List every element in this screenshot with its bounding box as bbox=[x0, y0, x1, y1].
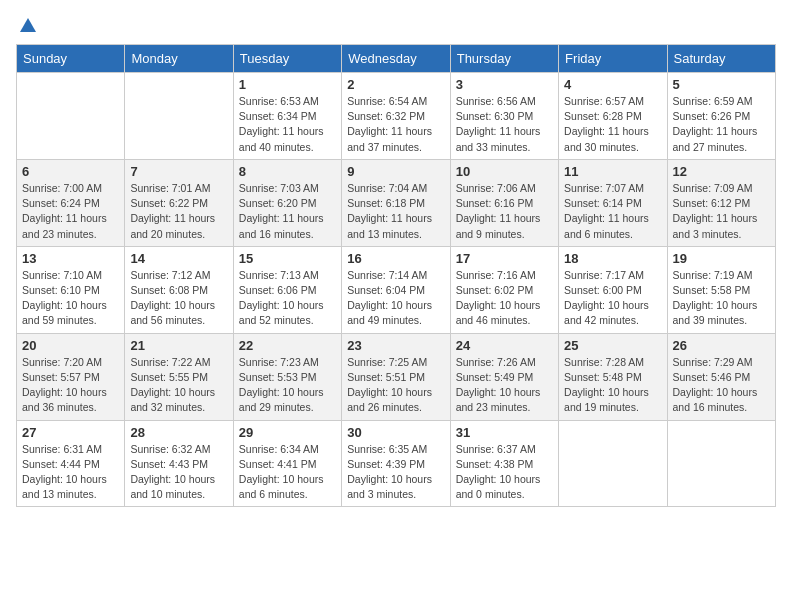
calendar-day-cell: 29Sunrise: 6:34 AM Sunset: 4:41 PM Dayli… bbox=[233, 420, 341, 507]
calendar-day-cell: 24Sunrise: 7:26 AM Sunset: 5:49 PM Dayli… bbox=[450, 333, 558, 420]
calendar-week-row: 27Sunrise: 6:31 AM Sunset: 4:44 PM Dayli… bbox=[17, 420, 776, 507]
calendar-week-row: 13Sunrise: 7:10 AM Sunset: 6:10 PM Dayli… bbox=[17, 246, 776, 333]
day-info: Sunrise: 6:59 AM Sunset: 6:26 PM Dayligh… bbox=[673, 94, 770, 155]
calendar-day-cell: 21Sunrise: 7:22 AM Sunset: 5:55 PM Dayli… bbox=[125, 333, 233, 420]
day-info: Sunrise: 6:56 AM Sunset: 6:30 PM Dayligh… bbox=[456, 94, 553, 155]
day-info: Sunrise: 7:26 AM Sunset: 5:49 PM Dayligh… bbox=[456, 355, 553, 416]
calendar-week-row: 20Sunrise: 7:20 AM Sunset: 5:57 PM Dayli… bbox=[17, 333, 776, 420]
weekday-header-cell: Saturday bbox=[667, 45, 775, 73]
day-info: Sunrise: 7:19 AM Sunset: 5:58 PM Dayligh… bbox=[673, 268, 770, 329]
calendar-day-cell: 14Sunrise: 7:12 AM Sunset: 6:08 PM Dayli… bbox=[125, 246, 233, 333]
calendar-day-cell bbox=[125, 73, 233, 160]
day-info: Sunrise: 6:54 AM Sunset: 6:32 PM Dayligh… bbox=[347, 94, 444, 155]
day-info: Sunrise: 7:23 AM Sunset: 5:53 PM Dayligh… bbox=[239, 355, 336, 416]
day-number: 18 bbox=[564, 251, 661, 266]
day-info: Sunrise: 7:17 AM Sunset: 6:00 PM Dayligh… bbox=[564, 268, 661, 329]
weekday-header-row: SundayMondayTuesdayWednesdayThursdayFrid… bbox=[17, 45, 776, 73]
calendar-day-cell: 11Sunrise: 7:07 AM Sunset: 6:14 PM Dayli… bbox=[559, 159, 667, 246]
day-number: 23 bbox=[347, 338, 444, 353]
day-number: 13 bbox=[22, 251, 119, 266]
calendar-body: 1Sunrise: 6:53 AM Sunset: 6:34 PM Daylig… bbox=[17, 73, 776, 507]
day-info: Sunrise: 7:20 AM Sunset: 5:57 PM Dayligh… bbox=[22, 355, 119, 416]
calendar-day-cell: 23Sunrise: 7:25 AM Sunset: 5:51 PM Dayli… bbox=[342, 333, 450, 420]
calendar-day-cell: 9Sunrise: 7:04 AM Sunset: 6:18 PM Daylig… bbox=[342, 159, 450, 246]
day-number: 5 bbox=[673, 77, 770, 92]
weekday-header-cell: Monday bbox=[125, 45, 233, 73]
day-info: Sunrise: 7:28 AM Sunset: 5:48 PM Dayligh… bbox=[564, 355, 661, 416]
calendar-day-cell: 6Sunrise: 7:00 AM Sunset: 6:24 PM Daylig… bbox=[17, 159, 125, 246]
day-info: Sunrise: 6:34 AM Sunset: 4:41 PM Dayligh… bbox=[239, 442, 336, 503]
day-info: Sunrise: 7:16 AM Sunset: 6:02 PM Dayligh… bbox=[456, 268, 553, 329]
day-number: 27 bbox=[22, 425, 119, 440]
day-number: 6 bbox=[22, 164, 119, 179]
day-number: 7 bbox=[130, 164, 227, 179]
day-number: 16 bbox=[347, 251, 444, 266]
day-info: Sunrise: 7:29 AM Sunset: 5:46 PM Dayligh… bbox=[673, 355, 770, 416]
calendar-day-cell bbox=[559, 420, 667, 507]
day-number: 17 bbox=[456, 251, 553, 266]
calendar-day-cell: 7Sunrise: 7:01 AM Sunset: 6:22 PM Daylig… bbox=[125, 159, 233, 246]
day-info: Sunrise: 6:57 AM Sunset: 6:28 PM Dayligh… bbox=[564, 94, 661, 155]
calendar-day-cell: 25Sunrise: 7:28 AM Sunset: 5:48 PM Dayli… bbox=[559, 333, 667, 420]
day-info: Sunrise: 7:03 AM Sunset: 6:20 PM Dayligh… bbox=[239, 181, 336, 242]
calendar-day-cell: 2Sunrise: 6:54 AM Sunset: 6:32 PM Daylig… bbox=[342, 73, 450, 160]
calendar-day-cell: 22Sunrise: 7:23 AM Sunset: 5:53 PM Dayli… bbox=[233, 333, 341, 420]
day-number: 24 bbox=[456, 338, 553, 353]
calendar-day-cell: 20Sunrise: 7:20 AM Sunset: 5:57 PM Dayli… bbox=[17, 333, 125, 420]
day-info: Sunrise: 7:04 AM Sunset: 6:18 PM Dayligh… bbox=[347, 181, 444, 242]
day-number: 12 bbox=[673, 164, 770, 179]
calendar-day-cell: 3Sunrise: 6:56 AM Sunset: 6:30 PM Daylig… bbox=[450, 73, 558, 160]
day-number: 8 bbox=[239, 164, 336, 179]
day-number: 26 bbox=[673, 338, 770, 353]
calendar-table: SundayMondayTuesdayWednesdayThursdayFrid… bbox=[16, 44, 776, 507]
day-info: Sunrise: 7:10 AM Sunset: 6:10 PM Dayligh… bbox=[22, 268, 119, 329]
day-info: Sunrise: 7:12 AM Sunset: 6:08 PM Dayligh… bbox=[130, 268, 227, 329]
day-number: 14 bbox=[130, 251, 227, 266]
day-info: Sunrise: 6:35 AM Sunset: 4:39 PM Dayligh… bbox=[347, 442, 444, 503]
day-info: Sunrise: 6:31 AM Sunset: 4:44 PM Dayligh… bbox=[22, 442, 119, 503]
day-number: 20 bbox=[22, 338, 119, 353]
day-info: Sunrise: 7:09 AM Sunset: 6:12 PM Dayligh… bbox=[673, 181, 770, 242]
day-number: 2 bbox=[347, 77, 444, 92]
calendar-day-cell: 12Sunrise: 7:09 AM Sunset: 6:12 PM Dayli… bbox=[667, 159, 775, 246]
calendar-day-cell: 30Sunrise: 6:35 AM Sunset: 4:39 PM Dayli… bbox=[342, 420, 450, 507]
day-info: Sunrise: 7:14 AM Sunset: 6:04 PM Dayligh… bbox=[347, 268, 444, 329]
day-info: Sunrise: 7:13 AM Sunset: 6:06 PM Dayligh… bbox=[239, 268, 336, 329]
svg-marker-0 bbox=[20, 18, 36, 32]
weekday-header-cell: Thursday bbox=[450, 45, 558, 73]
calendar-day-cell: 5Sunrise: 6:59 AM Sunset: 6:26 PM Daylig… bbox=[667, 73, 775, 160]
day-info: Sunrise: 7:01 AM Sunset: 6:22 PM Dayligh… bbox=[130, 181, 227, 242]
day-info: Sunrise: 6:32 AM Sunset: 4:43 PM Dayligh… bbox=[130, 442, 227, 503]
calendar-day-cell: 8Sunrise: 7:03 AM Sunset: 6:20 PM Daylig… bbox=[233, 159, 341, 246]
day-info: Sunrise: 6:37 AM Sunset: 4:38 PM Dayligh… bbox=[456, 442, 553, 503]
calendar-day-cell bbox=[667, 420, 775, 507]
calendar-day-cell: 1Sunrise: 6:53 AM Sunset: 6:34 PM Daylig… bbox=[233, 73, 341, 160]
calendar-day-cell: 28Sunrise: 6:32 AM Sunset: 4:43 PM Dayli… bbox=[125, 420, 233, 507]
weekday-header-cell: Friday bbox=[559, 45, 667, 73]
day-number: 29 bbox=[239, 425, 336, 440]
day-number: 4 bbox=[564, 77, 661, 92]
day-number: 22 bbox=[239, 338, 336, 353]
weekday-header-cell: Wednesday bbox=[342, 45, 450, 73]
day-number: 11 bbox=[564, 164, 661, 179]
calendar-day-cell: 27Sunrise: 6:31 AM Sunset: 4:44 PM Dayli… bbox=[17, 420, 125, 507]
calendar-day-cell: 31Sunrise: 6:37 AM Sunset: 4:38 PM Dayli… bbox=[450, 420, 558, 507]
calendar-day-cell: 16Sunrise: 7:14 AM Sunset: 6:04 PM Dayli… bbox=[342, 246, 450, 333]
day-info: Sunrise: 7:06 AM Sunset: 6:16 PM Dayligh… bbox=[456, 181, 553, 242]
day-info: Sunrise: 7:00 AM Sunset: 6:24 PM Dayligh… bbox=[22, 181, 119, 242]
weekday-header-cell: Sunday bbox=[17, 45, 125, 73]
day-number: 31 bbox=[456, 425, 553, 440]
day-number: 3 bbox=[456, 77, 553, 92]
weekday-header-cell: Tuesday bbox=[233, 45, 341, 73]
day-number: 30 bbox=[347, 425, 444, 440]
calendar-day-cell: 4Sunrise: 6:57 AM Sunset: 6:28 PM Daylig… bbox=[559, 73, 667, 160]
day-number: 1 bbox=[239, 77, 336, 92]
calendar-day-cell: 17Sunrise: 7:16 AM Sunset: 6:02 PM Dayli… bbox=[450, 246, 558, 333]
calendar-day-cell: 19Sunrise: 7:19 AM Sunset: 5:58 PM Dayli… bbox=[667, 246, 775, 333]
logo-icon bbox=[18, 16, 38, 36]
day-number: 15 bbox=[239, 251, 336, 266]
day-info: Sunrise: 7:22 AM Sunset: 5:55 PM Dayligh… bbox=[130, 355, 227, 416]
day-number: 21 bbox=[130, 338, 227, 353]
calendar-day-cell: 10Sunrise: 7:06 AM Sunset: 6:16 PM Dayli… bbox=[450, 159, 558, 246]
day-number: 10 bbox=[456, 164, 553, 179]
